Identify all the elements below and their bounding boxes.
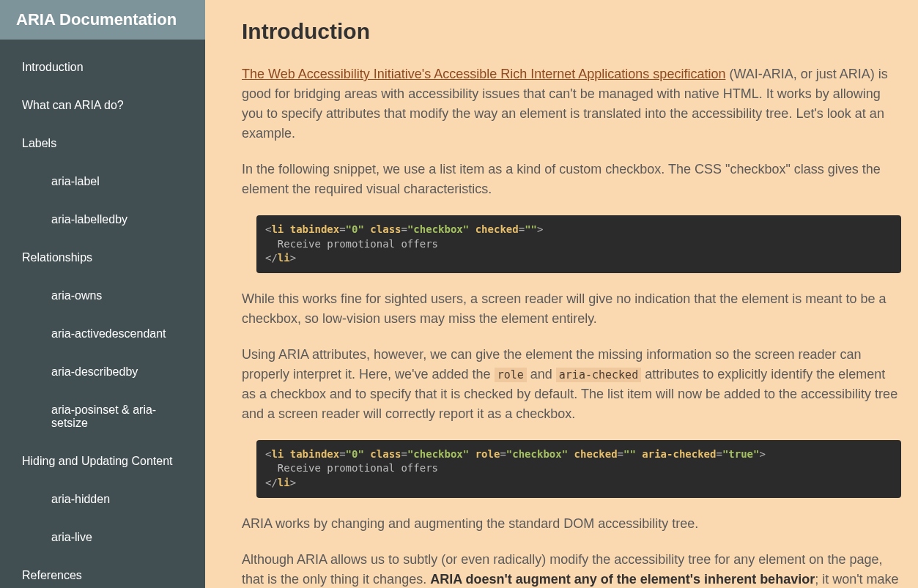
sidebar-item-what-can-aria-do[interactable]: What can ARIA do? — [0, 86, 205, 124]
page-title: Introduction — [242, 19, 903, 44]
sidebar-item-aria-posinset-setsize[interactable]: aria-posinset & aria-setsize — [0, 391, 205, 442]
sidebar-item-aria-live[interactable]: aria-live — [0, 518, 205, 557]
sidebar-item-references[interactable]: References — [0, 557, 205, 588]
intro-paragraph-1: The Web Accessibility Initiative's Acces… — [242, 64, 901, 144]
wai-aria-spec-link[interactable]: The Web Accessibility Initiative's Acces… — [242, 67, 725, 81]
sidebar-item-aria-activedescendant[interactable]: aria-activedescendant — [0, 315, 205, 353]
code-example-1: <li tabindex="0" class="checkbox" checke… — [256, 215, 901, 273]
sidebar-item-hiding-updating-content[interactable]: Hiding and Updating Content — [0, 442, 205, 480]
intro-paragraph-5: ARIA works by changing and augmenting th… — [242, 514, 901, 534]
sidebar-item-aria-labelledby[interactable]: aria-labelledby — [0, 201, 205, 239]
intro-paragraph-6: Although ARIA allows us to subtly (or ev… — [242, 550, 901, 588]
sidebar-item-aria-hidden[interactable]: aria-hidden — [0, 480, 205, 518]
sidebar-item-labels[interactable]: Labels — [0, 124, 205, 163]
sidebar-title: ARIA Documentation — [0, 0, 205, 40]
inline-code-aria-checked: aria-checked — [556, 368, 641, 382]
sidebar-item-aria-owns[interactable]: aria-owns — [0, 277, 205, 315]
intro-paragraph-2: In the following snippet, we use a list … — [242, 160, 901, 199]
sidebar-item-relationships[interactable]: Relationships — [0, 239, 205, 277]
sidebar-item-introduction[interactable]: Introduction — [0, 48, 205, 86]
aria-behavior-strong: ARIA doesn't augment any of the element'… — [430, 572, 815, 587]
intro-paragraph-4: Using ARIA attributes, however, we can g… — [242, 345, 901, 424]
sidebar: ARIA Documentation IntroductionWhat can … — [0, 0, 205, 588]
nav-list: IntroductionWhat can ARIA do?Labelsaria-… — [0, 40, 205, 588]
code-example-2: <li tabindex="0" class="checkbox" role="… — [256, 440, 901, 498]
intro-paragraph-3: While this works fine for sighted users,… — [242, 289, 901, 329]
sidebar-item-aria-describedby[interactable]: aria-describedby — [0, 353, 205, 391]
content-area: Introduction The Web Accessibility Initi… — [205, 0, 918, 588]
sidebar-item-aria-label[interactable]: aria-label — [0, 163, 205, 201]
inline-code-role: role — [495, 368, 527, 382]
